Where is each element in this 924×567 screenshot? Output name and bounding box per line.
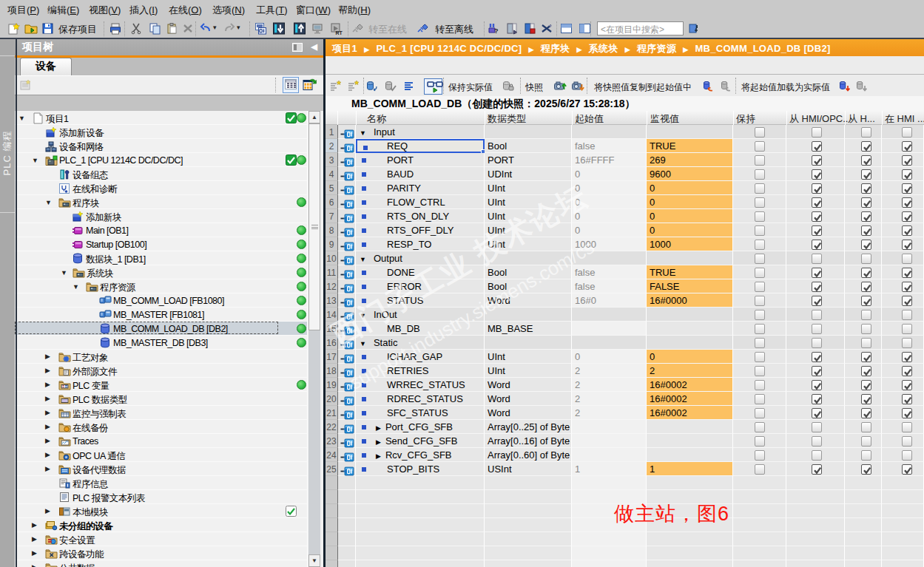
svg-text:RT: RT	[336, 30, 343, 35]
svg-text:?: ?	[494, 27, 499, 35]
